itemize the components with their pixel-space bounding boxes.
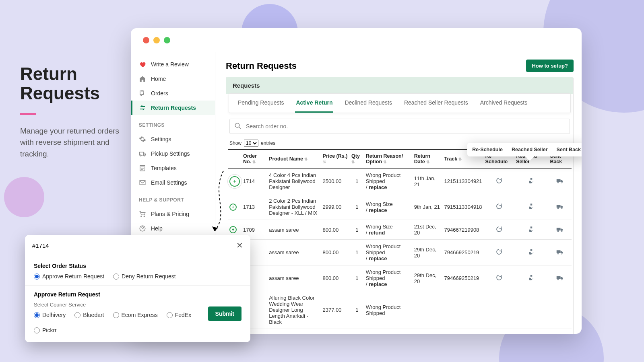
courier-bluedart[interactable]: Bluedart bbox=[74, 312, 104, 318]
svg-point-21 bbox=[561, 230, 562, 232]
svg-point-28 bbox=[557, 279, 559, 280]
sidebar-item-home[interactable]: Home bbox=[131, 72, 215, 86]
tooltip-reschedule: Re-Schedule bbox=[472, 147, 503, 152]
sent-back-action[interactable] bbox=[548, 194, 572, 220]
table-row: +17144 Color 4 Pcs Indian Pakistani Boll… bbox=[228, 168, 572, 194]
reschedule-action[interactable] bbox=[484, 329, 515, 334]
reschedule-action[interactable] bbox=[484, 265, 515, 291]
reached-seller-action[interactable] bbox=[514, 240, 548, 265]
window-titlebar bbox=[131, 28, 582, 52]
sent-back-action[interactable] bbox=[548, 240, 572, 265]
tooltip-reached: Reached Seller bbox=[512, 147, 548, 152]
requests-card: Requests Pending RequestsActive ReturnDe… bbox=[226, 77, 574, 334]
col-return-reason-option[interactable]: Return Reason/ Option bbox=[364, 150, 413, 168]
hero-heading: Return Requests Manage your returned ord… bbox=[20, 64, 125, 160]
sidebar-item-write-a-review[interactable]: Write a Review bbox=[131, 57, 215, 72]
modal-title: #1714 bbox=[32, 242, 49, 249]
tooltip-sentback: Sent Back bbox=[557, 147, 581, 152]
sent-back-action[interactable] bbox=[548, 329, 572, 334]
sidebar-item-settings[interactable]: Settings bbox=[131, 132, 215, 146]
window-min-dot[interactable] bbox=[153, 37, 160, 43]
tab-bar: Pending RequestsActive ReturnDeclined Re… bbox=[229, 93, 571, 113]
window-close-dot[interactable] bbox=[143, 37, 149, 43]
reached-seller-action[interactable] bbox=[514, 329, 548, 334]
sent-back-action[interactable] bbox=[548, 168, 572, 194]
col-product-name[interactable]: Product Name bbox=[267, 150, 321, 168]
svg-point-12 bbox=[557, 182, 559, 183]
main-content: Return Requests How to setup? Requests P… bbox=[215, 52, 582, 334]
courier-delhivery[interactable]: Delhivery bbox=[34, 312, 66, 318]
svg-rect-18 bbox=[530, 226, 533, 228]
table-row: +1709assam saree800.001Wrong Size/ refun… bbox=[228, 220, 572, 240]
sent-back-action[interactable] bbox=[548, 265, 572, 291]
svg-rect-14 bbox=[530, 204, 533, 206]
sidebar-item-pickup-settings[interactable]: Pickup Settings bbox=[131, 146, 215, 161]
decorative-blob bbox=[4, 177, 44, 217]
requests-table: Order No.Product NamePrice (Rs.)QtyRetur… bbox=[228, 149, 572, 334]
svg-point-17 bbox=[561, 208, 562, 209]
modal-close-button[interactable]: ✕ bbox=[236, 241, 243, 250]
svg-rect-26 bbox=[530, 275, 533, 277]
table-row: Alluring Black Color Wedding Wear Design… bbox=[228, 291, 572, 329]
reached-seller-action[interactable] bbox=[514, 265, 548, 291]
action-tooltip: Re-Schedule Reached Seller Sent Back bbox=[467, 143, 582, 156]
sidebar-item-orders[interactable]: Orders bbox=[131, 86, 215, 101]
sent-back-action[interactable] bbox=[548, 220, 572, 240]
heart-icon bbox=[139, 61, 146, 68]
tab-reached-seller-requests[interactable]: Reached Seller Requests bbox=[403, 94, 469, 113]
courier-label: Select Courier Service bbox=[34, 302, 208, 308]
email-icon bbox=[139, 179, 146, 186]
reschedule-action[interactable] bbox=[484, 194, 515, 220]
home-icon bbox=[139, 75, 146, 82]
template-icon bbox=[139, 165, 146, 172]
svg-rect-27 bbox=[557, 276, 561, 279]
svg-rect-23 bbox=[557, 250, 561, 253]
tab-declined-requests[interactable]: Declined Requests bbox=[344, 94, 393, 113]
reached-seller-action[interactable] bbox=[514, 220, 548, 240]
submit-button[interactable]: Submit bbox=[208, 306, 242, 321]
tab-pending-requests[interactable]: Pending Requests bbox=[237, 94, 285, 113]
col-return-date[interactable]: Return Date bbox=[413, 150, 443, 168]
reschedule-action[interactable] bbox=[484, 168, 515, 194]
courier-fedex[interactable]: FedEx bbox=[167, 312, 191, 318]
col-qty[interactable]: Qty bbox=[350, 150, 364, 168]
approve-radio[interactable]: Approve Return Request bbox=[34, 273, 104, 280]
deny-radio[interactable]: Deny Return Request bbox=[113, 273, 176, 280]
sidebar-item-templates[interactable]: Templates bbox=[131, 161, 215, 175]
svg-point-8 bbox=[235, 123, 239, 128]
tab-active-return[interactable]: Active Return bbox=[295, 94, 333, 113]
hero-title: Return Requests bbox=[20, 64, 125, 103]
svg-line-9 bbox=[239, 127, 241, 129]
how-to-setup-button[interactable]: How to setup? bbox=[526, 60, 574, 72]
return-icon bbox=[139, 104, 146, 111]
svg-point-6 bbox=[144, 216, 144, 217]
svg-point-5 bbox=[141, 216, 142, 217]
entries-select[interactable]: 10 bbox=[244, 140, 258, 147]
reached-seller-action[interactable] bbox=[514, 168, 548, 194]
page-title: Return Requests bbox=[226, 61, 297, 71]
reached-seller-action[interactable] bbox=[514, 194, 548, 220]
svg-rect-11 bbox=[557, 179, 561, 182]
reschedule-action[interactable] bbox=[484, 240, 515, 265]
svg-point-29 bbox=[561, 279, 562, 280]
search-input[interactable] bbox=[229, 119, 570, 134]
svg-point-13 bbox=[561, 182, 562, 183]
sidebar-item-email-settings[interactable]: Email Settings bbox=[131, 175, 215, 190]
svg-rect-0 bbox=[140, 152, 144, 155]
sidebar-group-label: SETTINGS bbox=[131, 115, 215, 132]
sidebar-item-help[interactable]: Help bbox=[131, 221, 215, 236]
sidebar-item-plans-pricing[interactable]: Plans & Pricing bbox=[131, 207, 215, 221]
tab-archived-requests[interactable]: Archived Requests bbox=[479, 94, 528, 113]
courier-pickrr[interactable]: Pickrr bbox=[34, 327, 57, 333]
svg-rect-15 bbox=[557, 205, 561, 208]
window-max-dot[interactable] bbox=[164, 37, 170, 43]
table-row: Black Georgette Buti Saree With Blouse P… bbox=[228, 329, 572, 334]
col-price-rs-[interactable]: Price (Rs.) bbox=[321, 150, 350, 168]
guide-arrow bbox=[207, 169, 231, 237]
search-icon bbox=[234, 122, 242, 131]
sidebar-item-return-requests[interactable]: Return Requests bbox=[131, 101, 215, 115]
col-order-no-[interactable]: Order No. bbox=[242, 150, 267, 168]
courier-ecom-express[interactable]: Ecom Express bbox=[113, 312, 158, 318]
svg-rect-19 bbox=[557, 228, 561, 230]
reschedule-action[interactable] bbox=[484, 220, 515, 240]
